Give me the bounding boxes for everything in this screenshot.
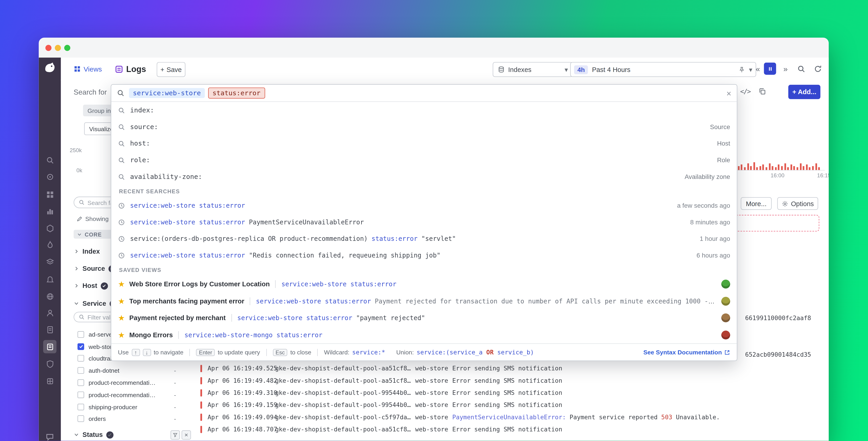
search-icon: [118, 123, 125, 130]
saved-view-query: service:web-store status:error Payment r…: [256, 297, 715, 305]
facet-value-row[interactable]: product-recommendati…-: [78, 389, 176, 401]
facet-suggestion-row[interactable]: source:Source: [111, 119, 737, 135]
refresh-icon[interactable]: [812, 63, 824, 75]
facet-value-row[interactable]: orders-: [78, 413, 176, 425]
checkbox[interactable]: [78, 391, 84, 398]
sidebar-item-metrics[interactable]: [43, 204, 56, 217]
saved-view-row[interactable]: ★Web Store Error Logs by Customer Locati…: [111, 276, 737, 293]
time-range-picker[interactable]: 4h Past 4 Hours ▾: [570, 62, 756, 77]
minimize-window-button[interactable]: [55, 45, 61, 51]
checkbox[interactable]: [78, 379, 84, 386]
saved-view-row[interactable]: ★Payment rejected by merchantservice:web…: [111, 310, 737, 326]
options-button[interactable]: Options: [777, 197, 818, 210]
log-row[interactable]: Apr 06 16:19:49.159gke-dev-shopist-defau…: [199, 399, 829, 411]
histogram-bar: [747, 164, 748, 170]
log-row[interactable]: Apr 06 16:19:49.525gke-dev-shopist-defau…: [199, 362, 829, 374]
facet-value-count: -: [174, 367, 176, 374]
group-into-button[interactable]: Group in: [83, 105, 115, 116]
copy-icon[interactable]: [758, 88, 766, 97]
histogram-bar: [763, 165, 764, 170]
sidebar-item-security[interactable]: [43, 357, 56, 371]
sidebar-item-profiling[interactable]: [43, 255, 56, 268]
pause-live-button[interactable]: [764, 63, 776, 75]
query-part: service_b): [494, 349, 534, 356]
recent-search-row[interactable]: service:web-store status:error "Redis co…: [111, 247, 737, 264]
sidebar-item-monitors[interactable]: [43, 272, 56, 286]
log-service: web-store: [415, 425, 450, 433]
sidebar-item-logs[interactable]: [43, 340, 56, 353]
time-range-shortcut[interactable]: 4h: [574, 65, 588, 74]
log-row[interactable]: Apr 06 16:19:49.094gke-dev-shopist-defau…: [199, 411, 829, 423]
zoom-icon[interactable]: [795, 63, 807, 75]
datadog-logo-icon[interactable]: [43, 61, 56, 74]
saved-view-row[interactable]: ★Mongo Errorsservice:web-store-mongo sta…: [111, 326, 737, 344]
clear-facet-icon[interactable]: [182, 430, 191, 439]
search-facets-placeholder: Search fa: [88, 199, 114, 206]
log-timestamp: Apr 06 16:19:49.310: [208, 389, 275, 396]
sidebar-item-infrastructure[interactable]: [43, 222, 56, 235]
sidebar-item-apm[interactable]: [43, 238, 56, 251]
sidebar-item-search[interactable]: [43, 153, 56, 167]
views-button[interactable]: Views: [73, 62, 102, 76]
search-token[interactable]: status:error: [208, 88, 265, 98]
facet-value-row[interactable]: product-recommendati…-: [78, 377, 176, 389]
facet-suggestion-row[interactable]: host:Host: [111, 135, 737, 152]
log-row[interactable]: Apr 06 16:19:49.310gke-dev-shopist-defau…: [199, 387, 829, 399]
search-icon: [79, 199, 85, 205]
help-chat-icon[interactable]: [43, 430, 56, 441]
skip-forward-button[interactable]: »: [779, 63, 792, 75]
log-row[interactable]: Apr 06 16:19:49.482gke-dev-shopist-defau…: [199, 374, 829, 386]
status-error-bar: [200, 365, 202, 372]
sidebar-item-ci[interactable]: [43, 323, 56, 336]
facet-suggestion-label: index:: [130, 106, 154, 114]
sidebar-item-dashboards[interactable]: [43, 188, 56, 201]
plus-icon: +: [793, 88, 796, 96]
add-button[interactable]: + Add...: [788, 85, 820, 99]
sidebar-item-rum[interactable]: [43, 306, 56, 319]
query-syntax-toggle-icon[interactable]: </>: [740, 88, 750, 95]
sidebar-item-integrations[interactable]: [43, 374, 56, 387]
page-title: Logs: [126, 62, 146, 76]
checkbox[interactable]: [78, 367, 84, 374]
facet-value-count: -: [174, 404, 176, 410]
skip-back-button[interactable]: «: [752, 63, 764, 75]
syntax-documentation-link[interactable]: See Syntax Documentation: [643, 349, 730, 356]
facet-suggestion-row[interactable]: role:Role: [111, 152, 737, 168]
close-window-button[interactable]: [45, 45, 52, 51]
recent-search-row[interactable]: service:web-store status:error PaymentSe…: [111, 214, 737, 230]
saved-view-row[interactable]: ★Top merchants facing payment errorservi…: [111, 293, 737, 310]
watchdog-icon: [46, 173, 54, 181]
wildcard-value: service:*: [352, 349, 385, 356]
filter-icon[interactable]: [170, 430, 180, 439]
clear-search-icon[interactable]: ×: [726, 89, 731, 97]
recent-search-row[interactable]: service:(orders-db-postgres-replica OR p…: [111, 230, 737, 247]
log-row[interactable]: Apr 06 16:19:48.707gke-dev-shopist-defau…: [199, 423, 829, 435]
checkbox[interactable]: [78, 355, 84, 362]
checkbox[interactable]: [78, 416, 84, 422]
histogram-bar: [818, 167, 820, 170]
facet-suggestion-category: Host: [717, 140, 730, 147]
pin-icon[interactable]: [739, 66, 745, 73]
fullscreen-window-button[interactable]: [64, 45, 70, 51]
sidebar-item-synthetics[interactable]: [43, 290, 56, 303]
facet-suggestion-row[interactable]: index:: [111, 102, 737, 119]
checkbox[interactable]: [78, 331, 84, 338]
facet-value-row[interactable]: shipping-producer-: [78, 401, 176, 413]
facet-suggestion-label: availability-zone:: [130, 173, 202, 180]
checkbox[interactable]: [78, 404, 84, 410]
indexes-dropdown[interactable]: Indexes ▾: [493, 62, 573, 77]
showing-facets-control[interactable]: Showing: [76, 215, 108, 222]
query-part: Payment rejected for transaction due to …: [371, 297, 715, 305]
checkbox[interactable]: [78, 343, 84, 350]
recent-search-row[interactable]: service:web-store status:errora few seco…: [111, 197, 737, 214]
facet-status[interactable]: Status: [73, 429, 191, 440]
log-search-input[interactable]: service:web-storestatus:error ×: [111, 85, 737, 102]
save-button[interactable]: + Save: [157, 62, 185, 77]
facet-value-row[interactable]: auth-dotnet-: [78, 365, 176, 377]
facet-suggestion-row[interactable]: availability-zone:Availability zone: [111, 168, 737, 185]
log-host: gke-dev-shopist-default-pool-99544b06-5…: [275, 401, 412, 409]
more-button[interactable]: More...: [741, 197, 772, 210]
search-help-footer: Use ↑ ↓ to navigate Enter to update quer…: [111, 344, 737, 360]
search-token[interactable]: service:web-store: [129, 88, 205, 98]
sidebar-item-watchdog[interactable]: [43, 170, 56, 183]
